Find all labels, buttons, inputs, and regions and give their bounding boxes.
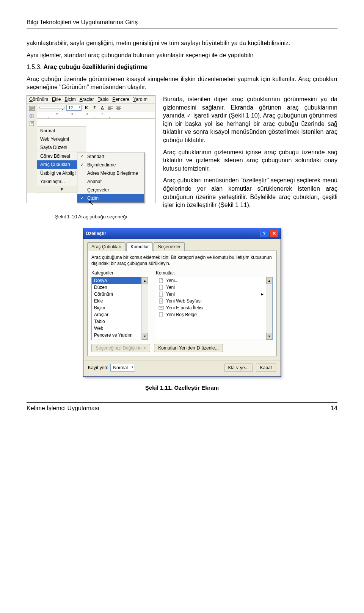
- italic-button[interactable]: T: [91, 105, 97, 111]
- chevron-right-icon: ▶: [261, 292, 264, 296]
- tab-secenekler[interactable]: Seçenekler: [154, 242, 185, 251]
- list-item[interactable]: Yeni Boş Belge: [156, 311, 266, 318]
- align-left-icon[interactable]: [107, 105, 113, 111]
- paragraph: Burada, istenilen diğer araç çubuklarını…: [163, 95, 337, 144]
- align-center-icon[interactable]: [115, 105, 121, 111]
- menu-araclar[interactable]: Araçlar: [80, 97, 94, 102]
- page-footer: Kelime İşlemci Uygulaması 14: [27, 402, 337, 412]
- list-item[interactable]: Yeni▶: [156, 291, 266, 298]
- submenu-cerceveler[interactable]: Çerçeveler: [77, 186, 144, 194]
- web-page-icon: [158, 298, 164, 304]
- paragraph: yakınlaştırabilir, sayfa genişliğini, me…: [27, 39, 337, 47]
- cursor-icon: ↖: [88, 199, 94, 207]
- dialog-title: Özelleştir: [86, 231, 106, 236]
- list-item[interactable]: Dosya: [92, 277, 141, 284]
- toolbars-submenu[interactable]: ✓Standart ✓Biçimlendirme Adres Mektup Bi…: [77, 152, 144, 203]
- mail-icon: [158, 305, 164, 310]
- list-item[interactable]: Biçim: [92, 304, 141, 311]
- print-view-icon: [29, 121, 35, 126]
- paragraph: Araç çubuklarının gizlenmesi içinse araç…: [163, 148, 337, 173]
- scroll-down-icon[interactable]: ▼: [142, 333, 148, 340]
- check-icon: ✓: [79, 196, 85, 201]
- submenu-bicimlendirme[interactable]: ✓Biçimlendirme: [77, 161, 144, 169]
- paragraph: Araç çubuğu üzerinde görüntülenen kısayo…: [27, 75, 337, 91]
- figure-1: Görünüm Ekle Biçim Araçlar Tablo Pencere…: [27, 95, 155, 219]
- menu-item-web[interactable]: Web Yerleşimi: [37, 135, 86, 143]
- list-item[interactable]: Yeni...: [156, 277, 266, 284]
- scroll-down-icon[interactable]: ▼: [266, 333, 272, 340]
- dialog-tabs[interactable]: Araç Çubukları Komutlar Seçenekler: [83, 239, 281, 251]
- label-save-in: Kayıt yeri:: [88, 365, 108, 370]
- tab-komutlar[interactable]: Komutlar: [126, 242, 153, 251]
- document-icon: [158, 278, 164, 283]
- figure-1-caption: Şekil 1-10 Araç çubuğu seçeneği: [27, 214, 155, 219]
- list-item[interactable]: Web: [92, 325, 141, 332]
- list-item[interactable]: Yeni E-posta İletisi: [156, 304, 266, 311]
- page-header: Bilgi Teknolojileri ve Uygulamalarına Gi…: [27, 19, 337, 28]
- close-button[interactable]: ✕: [270, 230, 278, 237]
- footer-left: Kelime İşlemci Uygulaması: [27, 405, 99, 412]
- save-in-combo[interactable]: Normal: [110, 364, 135, 372]
- normal-view-icon: [29, 106, 35, 111]
- list-item[interactable]: Tablo: [92, 318, 141, 325]
- close-dialog-button[interactable]: Kapat: [256, 364, 276, 372]
- submenu-cizim[interactable]: ✓Çizim: [77, 194, 144, 202]
- scroll-up-icon[interactable]: ▲: [142, 277, 148, 284]
- list-item[interactable]: Pencere ve Yardım: [92, 332, 141, 339]
- style-combo[interactable]: [39, 107, 64, 108]
- check-icon: ✓: [79, 162, 85, 168]
- help-button[interactable]: ?: [260, 230, 268, 237]
- list-item[interactable]: Yeni Web Sayfası: [156, 298, 266, 304]
- submenu-standart[interactable]: ✓Standart: [77, 152, 144, 161]
- label-categories: Kategoriler:: [91, 270, 148, 276]
- ruler: 2345: [37, 112, 155, 119]
- list-item[interactable]: Araçlar: [92, 311, 141, 318]
- change-selection-button[interactable]: Seçeneğinizi Değiştirin ▼: [91, 344, 150, 352]
- commands-listbox[interactable]: Yeni... Yeni Yeni▶ Yeni Web Sayfası Yeni…: [156, 277, 273, 340]
- paragraph: Aynı işlemler, standart araç çubuğunda b…: [27, 51, 337, 60]
- list-item[interactable]: Yeni: [156, 284, 266, 291]
- svg-rect-17: [159, 285, 163, 290]
- svg-rect-22: [159, 312, 163, 317]
- menu-item-normal[interactable]: Normal: [37, 127, 86, 135]
- list-item[interactable]: Çizim: [92, 339, 141, 340]
- chevron-down-icon: ▼: [143, 346, 146, 350]
- scroll-up-icon[interactable]: ▲: [266, 277, 272, 284]
- submenu-anahat[interactable]: Anahat: [77, 177, 144, 186]
- section-heading: 1.5.3. Araç çubuğu özelliklerini değişti…: [27, 63, 337, 71]
- web-view-icon: [29, 113, 35, 119]
- list-item[interactable]: Düzen: [92, 284, 141, 291]
- keyboard-button[interactable]: Klavye...: [224, 364, 253, 372]
- svg-rect-5: [30, 121, 34, 126]
- document-icon: [158, 285, 164, 290]
- customize-dialog: Özelleştir ? ✕ Araç Çubukları Komutlar S…: [83, 228, 281, 377]
- view-strip[interactable]: [27, 103, 37, 126]
- footer-page-number: 14: [331, 405, 337, 412]
- scrollbar[interactable]: ▲ ▼: [141, 277, 148, 340]
- figure-2-caption: Şekil 1.11. Özelleştir Ekranı: [27, 384, 337, 391]
- menu-item-sayfa[interactable]: Sayfa Düzeni: [37, 143, 86, 152]
- font-size-combo[interactable]: 12: [66, 105, 82, 111]
- check-icon: ✓: [79, 154, 85, 159]
- list-item[interactable]: Görünüm: [92, 291, 141, 298]
- rearrange-button[interactable]: Komutları Yeniden Düzenle...: [154, 344, 223, 352]
- menu-gorunum[interactable]: Görünüm: [29, 97, 48, 102]
- dialog-hint: Araç çubuğuna bir komut eklemek için: Bi…: [91, 255, 273, 267]
- dialog-titlebar[interactable]: Özelleştir ? ✕: [83, 228, 281, 239]
- bold-button[interactable]: K: [83, 105, 89, 111]
- menu-bar[interactable]: Görünüm Ekle Biçim Araçlar Tablo Pencere…: [27, 96, 155, 103]
- scrollbar[interactable]: ▲ ▼: [266, 277, 272, 340]
- categories-listbox[interactable]: Dosya Düzen Görünüm Ekle Biçim Araçlar T…: [91, 277, 148, 340]
- tab-arac-cubuklari[interactable]: Araç Çubukları: [87, 242, 126, 251]
- svg-rect-18: [159, 292, 163, 296]
- underline-button[interactable]: A: [99, 105, 105, 111]
- menu-yardim[interactable]: Yardım: [133, 97, 147, 102]
- menu-bicim[interactable]: Biçim: [64, 97, 75, 102]
- list-item[interactable]: Ekle: [92, 298, 141, 304]
- menu-pencere[interactable]: Pencere: [112, 97, 129, 102]
- menu-ekle[interactable]: Ekle: [52, 97, 61, 102]
- menu-tablo[interactable]: Tablo: [98, 97, 109, 102]
- formatting-toolbar[interactable]: 12 K T A: [37, 103, 155, 112]
- submenu-adres[interactable]: Adres Mektup Birleştirme: [77, 169, 144, 177]
- document-icon: [158, 312, 164, 317]
